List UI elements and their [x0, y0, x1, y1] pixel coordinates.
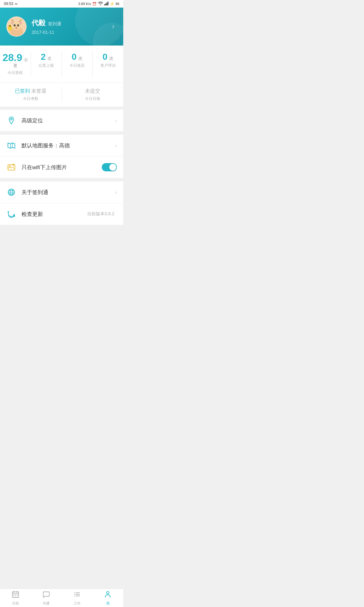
stat-mileage-number: 28.9	[3, 52, 22, 63]
menu-section-3: 关于签到通 › 检查更新 当前版本3.8.2	[0, 181, 123, 225]
svg-point-13	[15, 25, 15, 25]
globe-icon	[6, 187, 16, 197]
header-banner[interactable]: 代毅 签到通 2017-01-11 ›	[0, 8, 123, 46]
menu-item-about[interactable]: 关于签到通 ›	[0, 181, 123, 203]
attendance-report-status: 未提交	[62, 88, 124, 95]
menu-item-map-service[interactable]: 默认地图服务：高德 ›	[0, 135, 123, 156]
svg-point-12	[17, 24, 19, 27]
avatar	[6, 16, 27, 37]
stat-location-unit: 次	[47, 56, 52, 61]
status-left: 09:53 ∞	[4, 2, 18, 6]
svg-point-9	[11, 21, 14, 24]
svg-point-18	[9, 26, 10, 27]
stat-patrol-unit: 次	[78, 56, 82, 61]
stat-visit-unit: 次	[109, 56, 113, 61]
svg-point-17	[9, 25, 11, 28]
attendance-report[interactable]: 未提交 今日日报	[62, 88, 124, 101]
status-time: 09:53	[4, 2, 13, 6]
stat-patrol-number: 0	[72, 52, 77, 62]
menu-label-check-update: 检查更新	[21, 211, 87, 218]
menu-section-2: 默认地图服务：高德 › 只在wifi下上传图片	[0, 135, 123, 178]
menu-item-advanced-location[interactable]: 高级定位 ›	[0, 110, 123, 131]
stat-patrol: 0 次 今日巡店	[62, 51, 93, 77]
signal-icon	[104, 2, 109, 6]
stat-location-number: 2	[41, 52, 46, 62]
menu-label-wifi-upload: 只在wifi下上传图片	[21, 164, 102, 171]
attendance-today-label: 今日考勤	[0, 96, 62, 101]
section-divider-2	[0, 132, 123, 135]
wifi-icon	[98, 2, 103, 6]
menu-label-map-service: 默认地图服务：高德	[21, 142, 115, 149]
stat-mileage-label: 今日里程	[3, 70, 28, 76]
user-name: 代毅	[32, 18, 46, 28]
svg-rect-0	[104, 4, 105, 5]
attendance-signed: 已签到	[15, 88, 30, 94]
menu-section-1: 高级定位 ›	[0, 110, 123, 131]
battery-level: 86	[116, 2, 119, 6]
svg-point-15	[15, 27, 17, 28]
status-infinity: ∞	[15, 2, 18, 6]
user-date: 2017-01-11	[32, 30, 110, 35]
attendance-checkin[interactable]: 已签到 未签退 今日考勤	[0, 88, 62, 101]
user-info: 代毅 签到通 2017-01-11	[32, 18, 110, 35]
status-bar: 09:53 ∞ 3.89 K/s ⏰ ⚡ 86	[0, 0, 123, 8]
svg-point-20	[11, 119, 12, 120]
attendance-report-label: 今日日报	[62, 96, 124, 101]
menu-chevron-map: ›	[115, 142, 117, 149]
stat-location-label: 位置上报	[33, 63, 59, 68]
bottom-spacer	[0, 225, 123, 247]
clock-icon: ⏰	[92, 2, 97, 6]
header-chevron-icon[interactable]: ›	[110, 20, 117, 33]
menu-chevron-advanced-location: ›	[115, 117, 117, 124]
stats-section: 28.9 公里 今日里程 2 次 位置上报 0 次 今日巡店 0 次 客户拜访	[0, 46, 123, 83]
svg-point-19	[10, 26, 11, 27]
stat-location: 2 次 位置上报	[31, 51, 62, 77]
stat-visit: 0 次 客户拜访	[93, 51, 123, 77]
status-right: 3.89 K/s ⏰ ⚡ 86	[78, 2, 119, 6]
svg-rect-1	[105, 3, 106, 5]
menu-label-advanced-location: 高级定位	[21, 117, 115, 124]
menu-item-check-update[interactable]: 检查更新 当前版本3.8.2	[0, 203, 123, 225]
current-version: 当前版本3.8.2	[87, 211, 114, 217]
image-upload-icon	[6, 162, 16, 172]
svg-rect-3	[107, 2, 108, 5]
stat-visit-label: 客户拜访	[95, 63, 121, 68]
svg-rect-2	[106, 3, 107, 5]
location-icon	[6, 115, 16, 126]
svg-point-10	[20, 21, 22, 24]
stat-mileage: 28.9 公里 今日里程	[0, 51, 31, 77]
network-speed: 3.89 K/s	[78, 2, 91, 6]
attendance-section: 已签到 未签退 今日考勤 未提交 今日日报	[0, 83, 123, 107]
stat-visit-number: 0	[103, 52, 108, 62]
svg-point-11	[14, 24, 16, 27]
wifi-upload-toggle[interactable]	[102, 163, 117, 171]
refresh-icon	[6, 209, 16, 219]
attendance-not-signed-out: 未签退	[31, 88, 46, 94]
section-divider-1	[0, 107, 123, 110]
section-divider-3	[0, 178, 123, 181]
charging-icon: ⚡	[110, 2, 114, 6]
svg-point-14	[18, 25, 19, 25]
stat-patrol-label: 今日巡店	[64, 63, 90, 68]
app-name: 签到通	[48, 21, 61, 27]
toggle-knob	[109, 164, 116, 171]
menu-item-wifi-upload[interactable]: 只在wifi下上传图片	[0, 156, 123, 178]
map-icon	[6, 140, 16, 150]
menu-label-about: 关于签到通	[21, 189, 115, 196]
menu-chevron-about: ›	[115, 189, 117, 196]
